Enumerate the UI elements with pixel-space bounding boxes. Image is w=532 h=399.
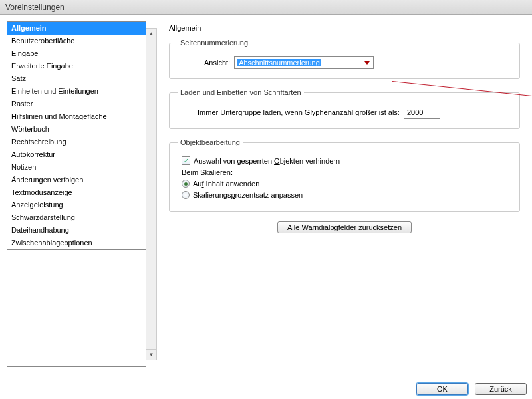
view-label: Ansicht: — [204, 59, 230, 66]
view-dropdown[interactable]: Abschnittsnummerierung — [234, 56, 374, 69]
object-editing-group: Objektbearbeitung ✓ Auswahl von gesperrt… — [169, 138, 520, 212]
category-sidebar: AllgemeinBenutzeroberflächeEingabeErweit… — [7, 21, 146, 367]
dialog-content: AllgemeinBenutzeroberflächeEingabeErweit… — [0, 15, 532, 374]
lock-selection-checkbox[interactable]: ✓ — [182, 156, 190, 165]
sidebar-item[interactable]: Notizen — [7, 161, 146, 174]
sidebar-empty-area — [7, 249, 146, 366]
sidebar-item[interactable]: Erweiterte Eingabe — [7, 60, 146, 72]
lock-selection-label: Auswahl von gesperrten Objekten verhinde… — [194, 157, 340, 165]
back-button[interactable]: Zurück — [475, 383, 527, 395]
scroll-up-icon[interactable]: ▲ — [146, 29, 156, 39]
reset-warnings-button[interactable]: Alle Warndialogfelder zurücksetzen — [277, 221, 412, 233]
scaling-heading: Beim Skalieren: — [182, 168, 511, 176]
sidebar-item[interactable]: Änderungen verfolgen — [7, 174, 146, 186]
reset-row: Alle Warndialogfelder zurücksetzen — [169, 221, 520, 233]
sidebar-scrollbar[interactable]: ▲ ▼ — [146, 28, 157, 360]
sidebar-item[interactable]: Textmodusanzeige — [7, 186, 146, 199]
sidebar-item[interactable]: Dateihandhabung — [7, 224, 146, 237]
sidebar-item[interactable]: Allgemein — [7, 22, 146, 35]
chevron-down-icon — [362, 58, 372, 67]
panel-title: Allgemein — [169, 24, 520, 32]
adjust-percentage-label: Skalierungsprozentsatz anpassen — [193, 191, 303, 199]
subset-label: Immer Untergruppe laden, wenn Glyphenanz… — [198, 108, 400, 116]
window-titlebar: Voreinstellungen — [0, 0, 532, 15]
page-numbering-group: Seitennummerierung Ansicht: Abschnittsnu… — [169, 39, 520, 79]
sidebar-container: AllgemeinBenutzeroberflächeEingabeErweit… — [0, 15, 157, 374]
fonts-legend: Laden und Einbetten von Schriftarten — [178, 88, 304, 96]
sidebar-item[interactable]: Zwischenablageoptionen — [7, 237, 146, 249]
sidebar-item[interactable]: Wörterbuch — [7, 123, 146, 136]
sidebar-item[interactable]: Rechtschreibung — [7, 136, 146, 148]
sidebar-item[interactable]: Satz — [7, 72, 146, 85]
window-title: Voreinstellungen — [5, 3, 65, 12]
glyph-count-input[interactable] — [404, 106, 440, 119]
ok-button[interactable]: OK — [416, 383, 468, 395]
sidebar-item[interactable]: Hilfslinien und Montagefläche — [7, 110, 146, 123]
apply-to-content-radio[interactable] — [182, 180, 190, 188]
category-list: AllgemeinBenutzeroberflächeEingabeErweit… — [7, 22, 146, 249]
sidebar-item[interactable]: Eingabe — [7, 47, 146, 60]
sidebar-item[interactable]: Anzeigeleistung — [7, 199, 146, 211]
sidebar-item[interactable]: Schwarzdarstellung — [7, 211, 146, 224]
sidebar-item[interactable]: Einheiten und Einteilungen — [7, 85, 146, 98]
object-editing-legend: Objektbearbeitung — [178, 138, 243, 146]
view-dropdown-value: Abschnittsnummerierung — [237, 59, 321, 66]
settings-panel: Allgemein Seitennummerierung Ansicht: Ab… — [157, 15, 532, 374]
sidebar-item[interactable]: Autokorrektur — [7, 148, 146, 161]
apply-to-content-label: Auf Inhalt anwenden — [193, 180, 259, 188]
scroll-down-icon[interactable]: ▼ — [146, 349, 156, 360]
sidebar-item[interactable]: Benutzeroberfläche — [7, 35, 146, 47]
dialog-footer: OK Zurück — [416, 383, 527, 395]
fonts-group: Laden und Einbetten von Schriftarten Imm… — [169, 88, 520, 129]
adjust-percentage-radio[interactable] — [182, 191, 190, 199]
sidebar-item[interactable]: Raster — [7, 98, 146, 110]
page-numbering-legend: Seitennummerierung — [178, 39, 251, 47]
